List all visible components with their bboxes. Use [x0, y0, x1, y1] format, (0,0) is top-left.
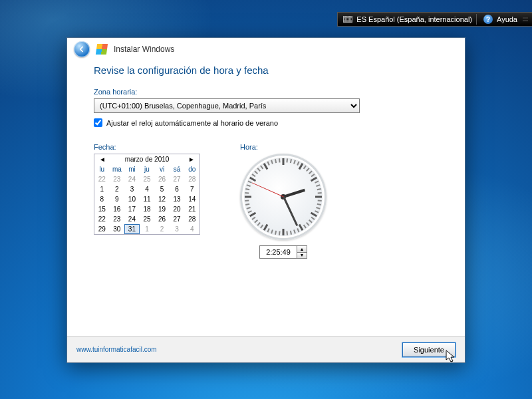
- clock-tick: [245, 196, 251, 198]
- clock-tick: [254, 219, 258, 223]
- clock-tick: [316, 184, 320, 187]
- calendar-dow: vi: [154, 164, 170, 174]
- calendar-day[interactable]: 24: [124, 214, 140, 224]
- calendar-day[interactable]: 10: [124, 194, 140, 204]
- clock-tick: [290, 231, 292, 235]
- calendar-day[interactable]: 28: [184, 214, 200, 224]
- calendar-day[interactable]: 27: [170, 174, 185, 184]
- dst-row[interactable]: Ajustar el reloj automáticamente al hora…: [94, 118, 438, 127]
- calendar-day[interactable]: 26: [154, 174, 170, 184]
- calendar-day[interactable]: 22: [94, 214, 110, 224]
- clock-tick: [306, 222, 310, 226]
- calendar-day[interactable]: 7: [184, 184, 200, 194]
- clock-tick: [251, 174, 255, 177]
- windows-flag-icon: [96, 44, 108, 55]
- calendar-day[interactable]: 1: [140, 224, 155, 234]
- clock-tick: [299, 163, 304, 170]
- clock-sec-hand: [251, 182, 283, 197]
- calendar-day[interactable]: 2: [110, 184, 125, 194]
- clock-tick: [251, 217, 255, 220]
- calendar-day[interactable]: 19: [154, 204, 170, 214]
- clock-tick: [249, 212, 256, 217]
- calendar-day[interactable]: 27: [170, 214, 185, 224]
- calendar-day[interactable]: 22: [94, 174, 110, 184]
- calendar[interactable]: ◄ marzo de 2010 ► lumamijuvisádo22232425…: [94, 154, 200, 235]
- help-label[interactable]: Ayuda: [497, 15, 517, 23]
- clock-tick: [318, 192, 322, 194]
- calendar-day[interactable]: 17: [124, 204, 140, 214]
- calendar-day[interactable]: 23: [110, 174, 125, 184]
- clock-tick: [309, 170, 313, 174]
- calendar-day[interactable]: 25: [140, 174, 155, 184]
- calendar-day[interactable]: 20: [170, 204, 185, 214]
- calendar-day[interactable]: 25: [140, 214, 155, 224]
- calendar-day[interactable]: 3: [170, 224, 185, 234]
- calendar-day[interactable]: 28: [184, 174, 200, 184]
- calendar-day[interactable]: 21: [184, 204, 200, 214]
- calendar-day[interactable]: 24: [124, 174, 140, 184]
- calendar-day[interactable]: 13: [170, 194, 185, 204]
- time-down-button[interactable]: ▼: [297, 252, 307, 259]
- clock-tick: [309, 219, 313, 223]
- calendar-prev-button[interactable]: ◄: [97, 156, 108, 163]
- back-button[interactable]: [74, 41, 90, 57]
- clock-tick: [297, 228, 299, 232]
- help-icon[interactable]: ?: [483, 15, 493, 24]
- dst-checkbox[interactable]: [94, 118, 102, 127]
- calendar-day[interactable]: 5: [154, 184, 170, 194]
- clock-tick: [315, 180, 319, 183]
- calendar-day[interactable]: 2: [154, 224, 170, 234]
- clock-tick: [271, 229, 273, 233]
- keyboard-icon: [343, 16, 352, 23]
- timezone-label: Zona horaria:: [94, 88, 438, 96]
- footer-link[interactable]: www.tuinformaticafacil.com: [76, 346, 157, 353]
- calendar-next-button[interactable]: ►: [186, 156, 197, 163]
- language-label[interactable]: ES Español (España, internacional): [356, 15, 472, 23]
- installer-dialog: Instalar Windows Revise la configuración…: [66, 37, 466, 363]
- clock-tick: [286, 158, 288, 162]
- clock-tick: [297, 162, 299, 166]
- window-controls[interactable]: [523, 13, 529, 25]
- calendar-day[interactable]: 15: [94, 204, 110, 214]
- clock-tick: [311, 174, 315, 177]
- timezone-select[interactable]: (UTC+01:00) Bruselas, Copenhague, Madrid…: [94, 98, 360, 113]
- clock-tick: [275, 159, 277, 163]
- calendar-day[interactable]: 9: [110, 194, 125, 204]
- calendar-day[interactable]: 26: [154, 214, 170, 224]
- calendar-day[interactable]: 29: [94, 224, 110, 234]
- date-label: Fecha:: [94, 143, 200, 151]
- clock-tick: [245, 192, 249, 194]
- calendar-day[interactable]: 30: [110, 224, 125, 234]
- clock-tick: [247, 207, 251, 209]
- calendar-day[interactable]: 31: [124, 224, 140, 234]
- dialog-header: Instalar Windows: [67, 38, 465, 61]
- clock-tick: [245, 200, 249, 201]
- clock-tick: [279, 158, 281, 162]
- time-up-button[interactable]: ▲: [297, 245, 307, 252]
- calendar-day[interactable]: 18: [140, 204, 155, 214]
- dialog-footer: www.tuinformaticafacil.com Siguiente: [67, 336, 465, 362]
- clock-tick: [279, 231, 281, 235]
- calendar-day[interactable]: 14: [184, 194, 200, 204]
- clock-tick: [318, 200, 322, 201]
- time-input[interactable]: [259, 245, 297, 259]
- clock-tick: [257, 168, 261, 172]
- clock-tick: [245, 203, 249, 205]
- calendar-day[interactable]: 6: [170, 184, 185, 194]
- clock-tick: [247, 184, 251, 187]
- calendar-day[interactable]: 23: [110, 214, 125, 224]
- calendar-month-title: marzo de 2010: [125, 156, 170, 163]
- calendar-day[interactable]: 8: [94, 194, 110, 204]
- calendar-day[interactable]: 3: [124, 184, 140, 194]
- analog-clock: [240, 154, 327, 240]
- calendar-day[interactable]: 1: [94, 184, 110, 194]
- time-spinner[interactable]: ▲ ▼: [259, 245, 307, 259]
- calendar-day[interactable]: 4: [184, 224, 200, 234]
- clock-tick: [317, 203, 321, 205]
- calendar-day[interactable]: 4: [140, 184, 155, 194]
- calendar-day[interactable]: 12: [154, 194, 170, 204]
- calendar-day[interactable]: 16: [110, 204, 125, 214]
- calendar-day[interactable]: 11: [140, 194, 155, 204]
- clock-tick: [303, 165, 307, 169]
- next-button[interactable]: Siguiente: [402, 342, 456, 357]
